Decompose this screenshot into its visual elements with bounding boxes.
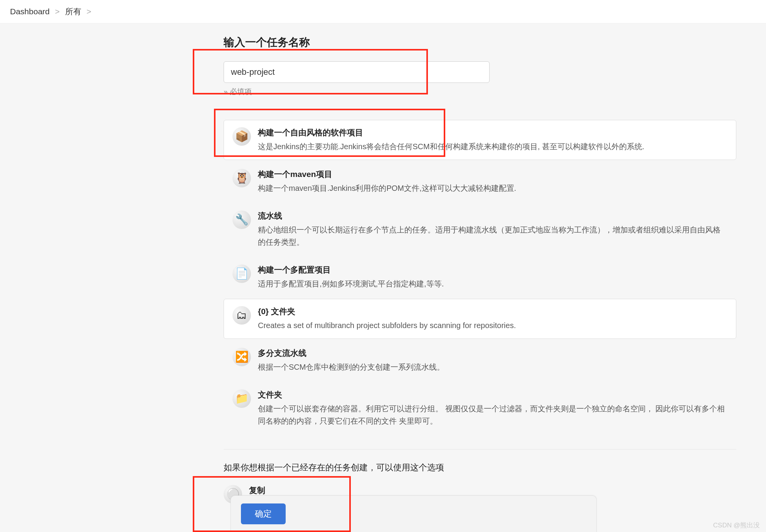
page-title: 输入一个任务名称	[224, 35, 736, 50]
item-type-title: 文件夹	[258, 389, 727, 400]
breadcrumb: Dashboard > 所有 >	[0, 0, 766, 24]
breadcrumb-dashboard[interactable]: Dashboard	[10, 7, 50, 16]
item-type-pipeline[interactable]: 🔧 流水线 精心地组织一个可以长期运行在多个节点上的任务。适用于构建流水线（更加…	[224, 203, 736, 256]
item-type-title: 构建一个自由风格的软件项目	[258, 127, 727, 138]
ok-button[interactable]: 确定	[241, 503, 286, 524]
item-type-title: 构建一个maven项目	[258, 169, 727, 180]
item-type-desc: 构建一个maven项目.Jenkins利用你的POM文件,这样可以大大减轻构建配…	[258, 182, 727, 194]
chevron-right-icon: >	[84, 7, 94, 16]
item-type-multiconfig[interactable]: 📄 构建一个多配置项目 适用于多配置项目,例如多环境测试,平台指定构建,等等.	[224, 257, 736, 297]
item-type-title: {0} 文件夹	[258, 306, 727, 317]
package-icon: 📦	[232, 127, 251, 146]
orgfolder-icon: 🗂	[232, 306, 251, 325]
item-type-list: 📦 构建一个自由风格的软件项目 这是Jenkins的主要功能.Jenkins将会…	[224, 120, 736, 434]
item-name-input[interactable]	[224, 61, 490, 83]
breadcrumb-all[interactable]: 所有	[65, 7, 81, 16]
item-type-desc: 适用于多配置项目,例如多环境测试,平台指定构建,等等.	[258, 278, 727, 290]
multibranch-icon: 🔀	[232, 348, 251, 366]
item-type-desc: 根据一个SCM仓库中检测到的分支创建一系列流水线。	[258, 361, 727, 373]
pipeline-icon: 🔧	[232, 210, 251, 229]
item-type-orgfolder[interactable]: 🗂 {0} 文件夹 Creates a set of multibranch p…	[224, 299, 736, 339]
folder-icon: 📁	[232, 389, 251, 408]
item-type-desc: 创建一个可以嵌套存储的容器。利用它可以进行分组。 视图仅仅是一个过滤器，而文件夹…	[258, 402, 727, 427]
chevron-right-icon: >	[52, 7, 63, 16]
item-type-title: 构建一个多配置项目	[258, 264, 727, 275]
item-type-freestyle[interactable]: 📦 构建一个自由风格的软件项目 这是Jenkins的主要功能.Jenkins将会…	[224, 120, 736, 160]
item-type-title: 流水线	[258, 210, 727, 221]
item-type-folder[interactable]: 📁 文件夹 创建一个可以嵌套存储的容器。利用它可以进行分组。 视图仅仅是一个过滤…	[224, 382, 736, 434]
required-note: » 必填项	[224, 87, 736, 97]
item-type-maven[interactable]: 🦉 构建一个maven项目 构建一个maven项目.Jenkins利用你的POM…	[224, 162, 736, 202]
item-type-desc: Creates a set of multibranch project sub…	[258, 319, 727, 332]
item-type-title: 多分支流水线	[258, 348, 727, 359]
item-type-desc: 这是Jenkins的主要功能.Jenkins将会结合任何SCM和任何构建系统来构…	[258, 140, 727, 153]
sidebar-spacer	[0, 24, 212, 525]
item-type-multibranch[interactable]: 🔀 多分支流水线 根据一个SCM仓库中检测到的分支创建一系列流水线。	[224, 340, 736, 380]
maven-icon: 🦉	[232, 169, 251, 187]
footer-bar: 确定	[231, 495, 597, 532]
item-type-desc: 精心地组织一个可以长期运行在多个节点上的任务。适用于构建流水线（更加正式地应当称…	[258, 224, 727, 248]
multiconfig-icon: 📄	[232, 264, 251, 283]
watermark: CSDN @熊出没	[713, 521, 760, 530]
copy-section-heading: 如果你想根据一个已经存在的任务创建，可以使用这个选项	[224, 462, 736, 473]
copy-label: 复制	[249, 485, 492, 496]
